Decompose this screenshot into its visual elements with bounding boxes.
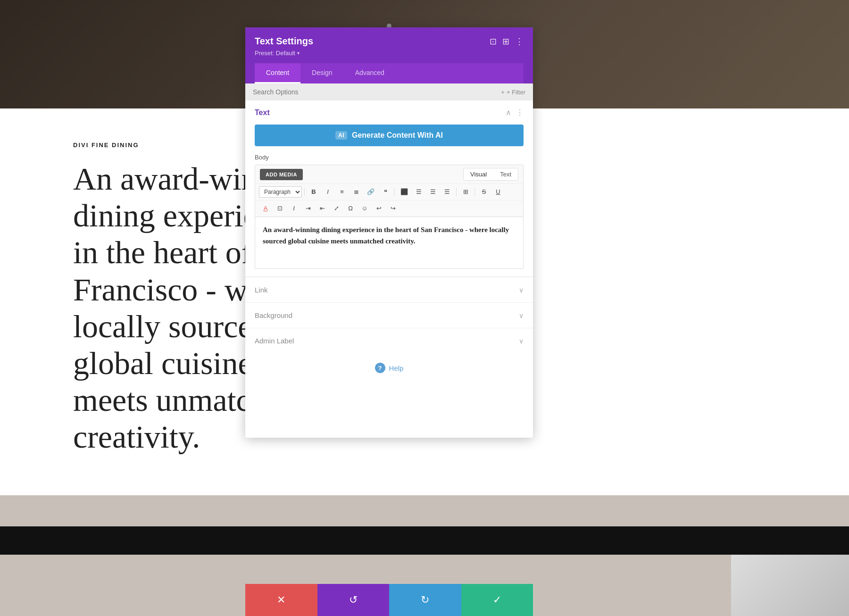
toolbar-top: ADD MEDIA Visual Text	[255, 165, 523, 184]
editor-content[interactable]: An award-winning dining experience in th…	[255, 217, 524, 269]
paragraph-select[interactable]: Paragraph Heading 1 Heading 2 Heading 3	[259, 186, 302, 198]
action-bar: ✕ ↺ ↻ ✓	[245, 584, 533, 616]
collapse-icon[interactable]: ∧	[506, 108, 511, 117]
section-icons: ∧ ⋮	[506, 108, 524, 117]
panel-header-top: Text Settings ⊡ ⊞ ⋮	[255, 36, 524, 47]
admin-label-chevron: ∨	[519, 337, 524, 345]
editor-toolbar: ADD MEDIA Visual Text Paragraph Heading …	[255, 165, 524, 217]
align-justify-button[interactable]: ☰	[441, 186, 454, 198]
visual-tab[interactable]: Visual	[464, 168, 493, 180]
table-button[interactable]: ⊞	[459, 186, 472, 198]
help-icon: ?	[375, 363, 385, 373]
admin-label-label: Admin Label	[255, 337, 294, 345]
tab-advanced[interactable]: Advanced	[344, 63, 396, 83]
bottom-thumbnail	[731, 555, 849, 616]
ordered-list-button[interactable]: ≣	[350, 186, 363, 198]
panel-header-icons: ⊡ ⊞ ⋮	[490, 36, 524, 47]
indent-button[interactable]: ⇥	[301, 202, 315, 215]
responsive-icon[interactable]: ⊡	[490, 36, 497, 47]
link-button[interactable]: 🔗	[364, 186, 378, 198]
search-input[interactable]	[253, 88, 471, 96]
visual-text-tabs: Visual Text	[463, 168, 518, 181]
tab-content[interactable]: Content	[255, 63, 300, 83]
divider-2	[394, 188, 395, 196]
admin-label-section[interactable]: Admin Label ∨	[245, 328, 533, 353]
text-section-title: Text	[255, 108, 270, 117]
filter-label: + Filter	[507, 89, 525, 96]
align-right-button[interactable]: ☰	[426, 186, 440, 198]
layout-icon[interactable]: ⊞	[502, 36, 509, 47]
preset-arrow: ▾	[297, 50, 300, 56]
save-button[interactable]: ✓	[461, 584, 533, 616]
link-chevron: ∨	[519, 286, 524, 294]
divider-1	[304, 188, 305, 196]
undo-button[interactable]: ↺	[317, 584, 390, 616]
undo-editor-button[interactable]: ↩	[372, 202, 385, 215]
panel-tabs: Content Design Advanced	[255, 63, 524, 83]
ai-badge: AI	[335, 131, 347, 140]
tab-design[interactable]: Design	[300, 63, 344, 83]
format-bar-row2: A ⊡ I ⇥ ⇤ ⤢ Ω ☺ ↩ ↪	[255, 200, 523, 216]
panel-title: Text Settings	[255, 36, 313, 47]
help-row[interactable]: ? Help	[245, 353, 533, 383]
italic-btn2[interactable]: I	[287, 202, 300, 215]
settings-panel: Text Settings ⊡ ⊞ ⋮ Preset: Default ▾ Co…	[245, 27, 533, 438]
section-more-icon[interactable]: ⋮	[516, 108, 524, 117]
divider-4	[474, 188, 475, 196]
emoji-button[interactable]: ☺	[358, 202, 371, 215]
filter-plus-icon: +	[501, 89, 505, 96]
more-options-icon[interactable]: ⋮	[515, 36, 524, 47]
bold-button[interactable]: B	[307, 186, 320, 198]
help-label: Help	[389, 364, 404, 372]
body-label: Body	[255, 154, 524, 161]
panel-body: Text ∧ ⋮ AI Generate Content With AI Bod…	[245, 100, 533, 438]
outdent-button[interactable]: ⇤	[316, 202, 329, 215]
search-bar: + + Filter	[245, 83, 533, 100]
special-char-button[interactable]: Ω	[344, 202, 357, 215]
text-section-header: Text ∧ ⋮	[245, 100, 533, 125]
filter-button[interactable]: + + Filter	[501, 89, 525, 96]
ai-generate-button[interactable]: AI Generate Content With AI	[255, 125, 524, 146]
site-label: DIVI FINE DINING	[73, 142, 139, 149]
bottom-bar	[0, 526, 849, 555]
unordered-list-button[interactable]: ≡	[335, 186, 349, 198]
background-section[interactable]: Background ∨	[245, 302, 533, 328]
text-tab[interactable]: Text	[493, 168, 518, 180]
link-label: Link	[255, 286, 268, 294]
fullscreen-button[interactable]: ⤢	[330, 202, 343, 215]
strikethrough-button[interactable]: S	[477, 186, 491, 198]
divider-3	[456, 188, 457, 196]
italic-button[interactable]: I	[321, 186, 334, 198]
underline-button[interactable]: U	[491, 186, 505, 198]
blockquote-button[interactable]: ❝	[379, 186, 392, 198]
redo-editor-button[interactable]: ↪	[386, 202, 400, 215]
editor-text: An award-winning dining experience in th…	[263, 225, 516, 247]
paste-button[interactable]: ⊡	[273, 202, 286, 215]
link-section[interactable]: Link ∨	[245, 277, 533, 302]
background-chevron: ∨	[519, 312, 524, 319]
add-media-button[interactable]: ADD MEDIA	[260, 169, 303, 180]
body-section: Body ADD MEDIA Visual Text Paragraph	[245, 154, 533, 276]
preset-label: Preset: Default	[255, 50, 295, 57]
redo-button[interactable]: ↻	[389, 584, 461, 616]
format-bar-row1: Paragraph Heading 1 Heading 2 Heading 3 …	[255, 184, 523, 200]
ai-button-label: Generate Content With AI	[352, 131, 443, 140]
align-left-button[interactable]: ⬛	[397, 186, 411, 198]
cancel-button[interactable]: ✕	[245, 584, 317, 616]
panel-header: Text Settings ⊡ ⊞ ⋮ Preset: Default ▾ Co…	[245, 27, 533, 83]
align-center-button[interactable]: ☰	[412, 186, 425, 198]
panel-preset[interactable]: Preset: Default ▾	[255, 50, 524, 57]
background-label: Background	[255, 311, 292, 319]
text-section: Text ∧ ⋮ AI Generate Content With AI Bod…	[245, 100, 533, 277]
font-color-button[interactable]: A	[259, 202, 272, 215]
